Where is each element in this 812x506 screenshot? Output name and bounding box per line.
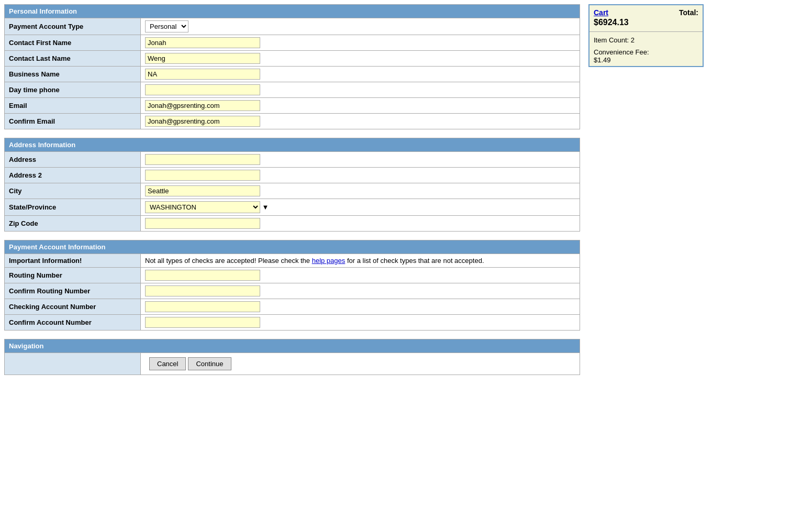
important-info-label: Important Information! bbox=[5, 254, 141, 268]
address2-label: Address 2 bbox=[5, 168, 141, 183]
personal-info-section: Personal Information Payment Account Typ… bbox=[4, 4, 580, 129]
city-label: City bbox=[5, 183, 141, 199]
payment-account-type-label: Payment Account Type bbox=[5, 18, 141, 35]
business-name-label: Business Name bbox=[5, 67, 141, 82]
contact-last-name-label: Contact Last Name bbox=[5, 51, 141, 67]
city-input[interactable] bbox=[145, 185, 260, 196]
cancel-button[interactable]: Cancel bbox=[149, 357, 186, 370]
confirm-email-input[interactable] bbox=[145, 116, 260, 127]
important-info-text2: for a list of check types that are not a… bbox=[345, 257, 484, 265]
state-province-label: State/Province bbox=[5, 199, 141, 216]
payment-account-type-value: Personal Business bbox=[141, 18, 580, 35]
address2-input[interactable] bbox=[145, 170, 260, 181]
table-row: City bbox=[5, 183, 580, 199]
table-row: Business Name bbox=[5, 67, 580, 82]
important-info-value: Not all types of checks are accepted! Pl… bbox=[141, 254, 580, 268]
cart-header: Cart Total: bbox=[589, 5, 703, 18]
address2-value bbox=[141, 168, 580, 183]
table-row: Address bbox=[5, 152, 580, 168]
state-province-select[interactable]: WASHINGTON OREGON CALIFORNIA ALASKA bbox=[145, 201, 260, 213]
navigation-section: Navigation Cancel Continue bbox=[4, 339, 580, 375]
payment-account-section: Payment Account Information Important In… bbox=[4, 240, 580, 331]
confirm-account-number-input[interactable] bbox=[145, 317, 260, 328]
table-row: Routing Number bbox=[5, 268, 580, 283]
contact-first-name-input[interactable] bbox=[145, 37, 260, 48]
table-row: Contact Last Name bbox=[5, 51, 580, 67]
table-row: Email bbox=[5, 98, 580, 114]
cart-convenience-fee: $1.49 bbox=[594, 56, 611, 64]
routing-number-label: Routing Number bbox=[5, 268, 141, 283]
table-row: Confirm Account Number bbox=[5, 315, 580, 331]
checking-account-number-label: Checking Account Number bbox=[5, 299, 141, 315]
continue-button[interactable]: Continue bbox=[188, 357, 231, 370]
table-row: Confirm Email bbox=[5, 114, 580, 129]
email-value bbox=[141, 98, 580, 114]
navigation-buttons: Cancel Continue bbox=[141, 353, 580, 375]
zip-code-label: Zip Code bbox=[5, 216, 141, 232]
email-input[interactable] bbox=[145, 100, 260, 111]
table-row: Address 2 bbox=[5, 168, 580, 183]
checking-account-number-value bbox=[141, 299, 580, 315]
confirm-email-label: Confirm Email bbox=[5, 114, 141, 129]
cart-item-count-label: Item Count: bbox=[594, 36, 629, 44]
address-label: Address bbox=[5, 152, 141, 168]
checking-account-number-input[interactable] bbox=[145, 301, 260, 312]
address-input[interactable] bbox=[145, 154, 260, 165]
personal-info-header: Personal Information bbox=[5, 5, 580, 18]
routing-number-value bbox=[141, 268, 580, 283]
daytime-phone-input[interactable] bbox=[145, 84, 260, 95]
cart-link[interactable]: Cart bbox=[594, 8, 608, 17]
contact-last-name-input[interactable] bbox=[145, 53, 260, 64]
contact-first-name-label: Contact First Name bbox=[5, 35, 141, 51]
confirm-account-number-value bbox=[141, 315, 580, 331]
address-value bbox=[141, 152, 580, 168]
cart-total-label: Total: bbox=[679, 8, 698, 17]
confirm-account-number-label: Confirm Account Number bbox=[5, 315, 141, 331]
cart-item-count-row: Item Count: 2 bbox=[589, 34, 703, 46]
daytime-phone-label: Day time phone bbox=[5, 82, 141, 98]
contact-last-name-value bbox=[141, 51, 580, 67]
confirm-email-value bbox=[141, 114, 580, 129]
address-info-header: Address Information bbox=[5, 138, 580, 152]
cart-sidebar: Cart Total: $6924.13 Item Count: 2 Conve… bbox=[588, 4, 704, 67]
table-row: Checking Account Number bbox=[5, 299, 580, 315]
business-name-input[interactable] bbox=[145, 69, 260, 80]
state-province-value: WASHINGTON OREGON CALIFORNIA ALASKA ▼ bbox=[141, 199, 580, 216]
table-row: Cancel Continue bbox=[5, 353, 580, 375]
table-row: State/Province WASHINGTON OREGON CALIFOR… bbox=[5, 199, 580, 216]
cart-total-amount: $6924.13 bbox=[589, 18, 703, 29]
address-info-section: Address Information Address Address 2 Ci… bbox=[4, 138, 580, 232]
cart-convenience-fee-label: Convenience Fee: bbox=[594, 48, 649, 56]
help-pages-link[interactable]: help pages bbox=[312, 257, 346, 265]
table-row: Important Information! Not all types of … bbox=[5, 254, 580, 268]
confirm-routing-number-label: Confirm Routing Number bbox=[5, 283, 141, 299]
payment-account-type-select[interactable]: Personal Business bbox=[145, 20, 188, 32]
routing-number-input[interactable] bbox=[145, 270, 260, 281]
daytime-phone-value bbox=[141, 82, 580, 98]
table-row: Payment Account Type Personal Business bbox=[5, 18, 580, 35]
important-info-text: Not all types of checks are accepted! Pl… bbox=[145, 257, 312, 265]
cart-box: Cart Total: $6924.13 Item Count: 2 Conve… bbox=[588, 4, 704, 67]
cart-item-count: 2 bbox=[631, 36, 635, 44]
navigation-label-cell bbox=[5, 353, 141, 375]
confirm-routing-number-input[interactable] bbox=[145, 285, 260, 296]
table-row: Zip Code bbox=[5, 216, 580, 232]
table-row: Day time phone bbox=[5, 82, 580, 98]
cart-convenience-fee-row: Convenience Fee: $1.49 bbox=[589, 46, 703, 66]
business-name-value bbox=[141, 67, 580, 82]
zip-code-value bbox=[141, 216, 580, 232]
contact-first-name-value bbox=[141, 35, 580, 51]
table-row: Confirm Routing Number bbox=[5, 283, 580, 299]
main-form: Personal Information Payment Account Typ… bbox=[4, 4, 580, 383]
payment-account-header: Payment Account Information bbox=[5, 240, 580, 254]
zip-code-input[interactable] bbox=[145, 218, 260, 229]
email-label: Email bbox=[5, 98, 141, 114]
table-row: Contact First Name bbox=[5, 35, 580, 51]
confirm-routing-number-value bbox=[141, 283, 580, 299]
navigation-header: Navigation bbox=[5, 339, 580, 353]
city-value bbox=[141, 183, 580, 199]
